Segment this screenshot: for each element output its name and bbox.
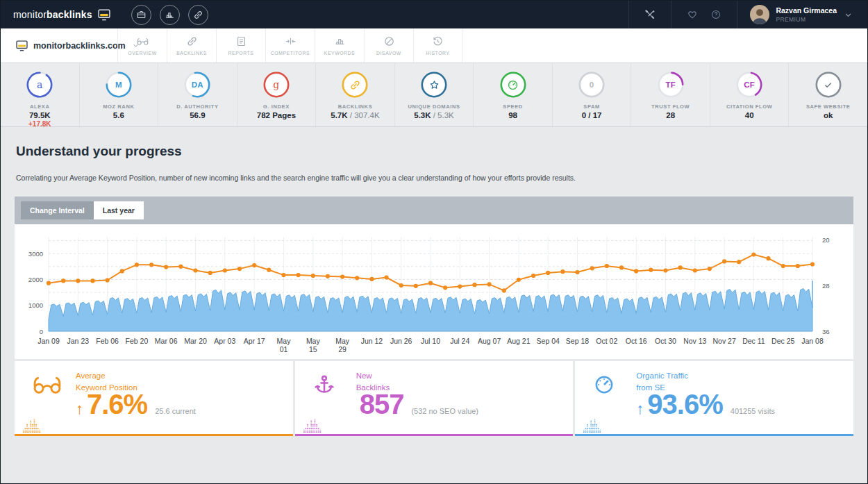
metric-badge: 0 [576, 69, 607, 100]
svg-text:Feb 06: Feb 06 [96, 337, 119, 345]
tab-label: DISAVOW [376, 51, 401, 56]
metric-ring [813, 69, 844, 100]
domain-selector[interactable]: monitorbacklinks.com [1, 28, 117, 62]
metric-safe-website[interactable]: SAFE WEBSITEok [789, 63, 867, 126]
metric-ring: CF [734, 69, 765, 100]
metric-badge: a [24, 69, 55, 100]
stat-value: 857 [360, 389, 404, 419]
gauge-icon [593, 374, 615, 396]
stat-card-organic-traffic[interactable]: Organic Traffic from SE ↑ 93.6% 401255 v… [575, 361, 853, 436]
change-interval-button[interactable]: Change Interval [21, 201, 94, 219]
metric-value: 5.7K / 307.4K [331, 111, 379, 119]
svg-text:Sep 18: Sep 18 [566, 337, 589, 345]
briefcase-icon [136, 10, 147, 20]
svg-text:May: May [306, 337, 321, 345]
tab-history[interactable]: HISTORY [413, 28, 462, 62]
svg-text:29: 29 [338, 345, 347, 353]
link-icon [193, 10, 203, 20]
metric-badge: CF [734, 69, 765, 100]
metric-d-authority[interactable]: DAD. AUTHORITY56.9 [158, 63, 237, 126]
user-menu[interactable]: Razvan Girmacea PREMIUM [737, 1, 867, 28]
svg-text:Sep 04: Sep 04 [537, 337, 560, 345]
metric-value: 0 / 17 [582, 111, 602, 119]
metric-label: SAFE WEBSITE [806, 103, 850, 110]
svg-text:Mar 20: Mar 20 [184, 337, 207, 345]
metric-citation-flow[interactable]: CFCITATION FLOW40 [710, 63, 790, 126]
stat-cards: Average Keyword Position ↑ 7.6% 25.6 cur… [15, 361, 853, 436]
tab-overview[interactable]: OVERVIEW [117, 28, 167, 62]
svg-text:28: 28 [822, 282, 830, 290]
history-icon [432, 35, 444, 47]
svg-text:Nov 13: Nov 13 [683, 337, 706, 345]
svg-text:1000: 1000 [28, 301, 43, 309]
metric-alexa[interactable]: aALEXA79.5K+17.8K [1, 63, 80, 126]
glasses-icon [33, 374, 62, 396]
metric-label: BACKLINKS [338, 103, 373, 110]
tab-label: OVERVIEW [128, 51, 156, 56]
metric-badge: g [261, 69, 292, 100]
competitors-icon [285, 35, 297, 47]
domain-name: monitorbacklinks.com [33, 41, 126, 51]
metric-ring: DA [182, 69, 212, 100]
svg-text:Jan 23: Jan 23 [67, 337, 90, 345]
up-arrow-icon: ↑ [76, 400, 83, 418]
tab-label: KEYWORDS [324, 51, 355, 56]
metric-value: ok [824, 111, 833, 119]
heart-icon[interactable] [687, 9, 698, 20]
metric-label: UNIQUE DOMAINS [408, 103, 460, 110]
stat-card-new-backlinks[interactable]: New Backlinks 857 (532 no SEO value) [295, 361, 574, 436]
user-name: Razvan Girmacea [776, 6, 837, 16]
metric-backlinks[interactable]: BACKLINKS5.7K / 307.4K [316, 63, 395, 126]
metric-badge: TF [656, 69, 686, 100]
top-bar: monitorbacklinks Razvan Girmacea PREMIUM [1, 1, 867, 28]
metric-moz-rank[interactable]: MMOZ RANK5.6 [80, 63, 159, 126]
svg-text:Jul 24: Jul 24 [450, 337, 469, 345]
link-icon [186, 35, 198, 47]
briefcase-button[interactable] [131, 5, 151, 25]
metric-g-index[interactable]: gG. INDEX782 Pages [237, 63, 317, 126]
tab-reports[interactable]: REPORTS [216, 28, 265, 62]
app-logo[interactable]: monitorbacklinks [13, 9, 110, 21]
metric-trust-flow[interactable]: TFTRUST FLOW28 [631, 63, 710, 126]
gauge-icon [498, 69, 528, 100]
metric-ring [498, 69, 528, 100]
metric-label: TRUST FLOW [651, 103, 690, 110]
metric-label: SPEED [503, 103, 522, 110]
link-button[interactable] [188, 5, 208, 25]
wrench-icon[interactable] [644, 9, 656, 20]
tab-disavow[interactable]: DISAVOW [364, 28, 413, 62]
metric-speed[interactable]: SPEED98 [474, 63, 553, 126]
page-title: Understand your progress [16, 144, 867, 159]
question-icon[interactable] [710, 9, 721, 20]
metric-unique-domains[interactable]: UNIQUE DOMAINS5.3K / 5.3K [395, 63, 474, 126]
svg-text:Jan 09: Jan 09 [37, 337, 60, 345]
svg-text:Oct 16: Oct 16 [626, 337, 647, 345]
metric-ring: TF [656, 69, 686, 100]
svg-text:20: 20 [822, 236, 830, 244]
metric-ring [340, 69, 370, 100]
svg-text:2000: 2000 [28, 276, 43, 283]
avatar [750, 5, 769, 24]
tab-keywords[interactable]: KEYWORDS [315, 28, 364, 62]
barchart-button[interactable] [160, 5, 180, 25]
stat-card-average-keyword-position[interactable]: Average Keyword Position ↑ 7.6% 25.6 cur… [15, 361, 293, 436]
last-year-button[interactable]: Last year [94, 201, 144, 219]
logo-text-backlinks: backlinks [47, 9, 92, 20]
svg-text:Apr 03: Apr 03 [214, 337, 235, 345]
progress-chart[interactable]: 0100020003000202836Jan 09Jan 23Feb 06Feb… [15, 224, 853, 359]
metric-ring: M [103, 69, 134, 100]
tab-competitors[interactable]: COMPETITORS [265, 28, 315, 62]
svg-text:Dec 11: Dec 11 [742, 337, 765, 345]
metric-spam[interactable]: 0SPAM0 / 17 [553, 63, 632, 126]
svg-text:0: 0 [40, 328, 43, 335]
anchor-icon [313, 374, 335, 396]
tab-backlinks[interactable]: BACKLINKS [167, 28, 216, 62]
metric-ring [419, 69, 449, 100]
stat-note: (532 no SEO value) [411, 407, 478, 415]
report-icon [235, 35, 247, 47]
svg-text:Aug 07: Aug 07 [478, 337, 501, 345]
progress-chart-card: Change Interval Last year 01000200030002… [15, 197, 853, 359]
svg-text:May: May [277, 337, 292, 345]
chart-toolbar: Change Interval Last year [15, 197, 853, 224]
nav-tabs: OVERVIEWBACKLINKSREPORTSCOMPETITORSKEYWO… [117, 28, 462, 62]
